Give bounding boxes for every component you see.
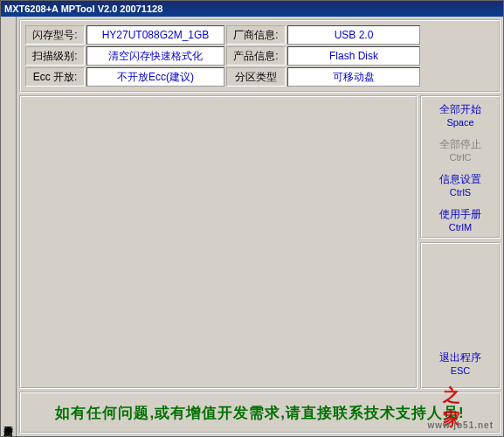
product-label: 产品信息: xyxy=(226,46,286,66)
watermark: 之家 www.jb51.net xyxy=(427,394,494,430)
stop-all-button: 全部停止 CtrlC xyxy=(422,132,499,167)
ecc-value: 不开放Ecc(建议) xyxy=(86,67,224,87)
scan-label: 扫描级别: xyxy=(25,46,85,66)
manual-shortcut: CtrlM xyxy=(449,222,472,232)
window-body: 量产进度界面 闪存型号: HY27UT088G2M_1GB 厂商信息: USB … xyxy=(1,17,503,436)
ecc-label: Ecc 开放: xyxy=(25,67,85,87)
stop-all-label: 全部停止 xyxy=(439,137,481,152)
titlebar: MXT6208+A MPTool V2.0 20071128 xyxy=(1,1,503,17)
stop-all-shortcut: CtrlC xyxy=(449,152,471,163)
footer-text: 如有任何问题,或有增值开发需求,请直接联系技术支持人员! xyxy=(55,403,464,423)
manual-label: 使用手册 xyxy=(439,207,481,222)
info-panel: 闪存型号: HY27UT088G2M_1GB 厂商信息: USB 2.0 扫描级… xyxy=(19,19,501,93)
exit-shortcut: ESC xyxy=(451,365,471,376)
part-value: 可移动盘 xyxy=(287,67,420,87)
start-all-shortcut: Space xyxy=(446,117,473,128)
main-area: 闪存型号: HY27UT088G2M_1GB 厂商信息: USB 2.0 扫描级… xyxy=(17,17,503,436)
left-tab-strip[interactable]: 量产进度界面 xyxy=(1,17,17,436)
app-window: MXT6208+A MPTool V2.0 20071128 量产进度界面 闪存… xyxy=(0,0,504,437)
config-shortcut: CtrlS xyxy=(450,187,471,198)
vendor-label: 厂商信息: xyxy=(226,25,286,45)
config-button[interactable]: 信息设置 CtrlS xyxy=(422,167,499,202)
mid-section: 全部开始 Space 全部停止 CtrlC 信息设置 CtrlS 使用手册 xyxy=(19,95,501,389)
actions-group: 全部开始 Space 全部停止 CtrlC 信息设置 CtrlS 使用手册 xyxy=(420,95,501,239)
watermark-url: www.jb51.net xyxy=(427,420,494,430)
config-label: 信息设置 xyxy=(439,172,481,187)
exit-group: 退出程序 ESC xyxy=(420,242,501,389)
manual-button[interactable]: 使用手册 CtrlM xyxy=(422,202,499,237)
start-all-label: 全部开始 xyxy=(439,102,481,117)
start-all-button[interactable]: 全部开始 Space xyxy=(422,97,499,132)
part-label: 分区类型 xyxy=(226,67,286,87)
vendor-value: USB 2.0 xyxy=(287,25,420,45)
product-value: Flash Disk xyxy=(287,46,420,66)
exit-button[interactable]: 退出程序 ESC xyxy=(422,345,499,380)
progress-area xyxy=(19,95,418,389)
footer-message: 如有任何问题,或有增值开发需求,请直接联系技术支持人员! 之家 www.jb51… xyxy=(19,392,501,434)
flash-model-label: 闪存型号: xyxy=(25,25,85,45)
flash-model-value: HY27UT088G2M_1GB xyxy=(86,25,224,45)
watermark-logo-icon: 之家 xyxy=(443,394,478,420)
sidebar: 全部开始 Space 全部停止 CtrlC 信息设置 CtrlS 使用手册 xyxy=(420,95,501,389)
exit-label: 退出程序 xyxy=(439,350,481,365)
scan-value: 清空闪存快速格式化 xyxy=(86,46,224,66)
